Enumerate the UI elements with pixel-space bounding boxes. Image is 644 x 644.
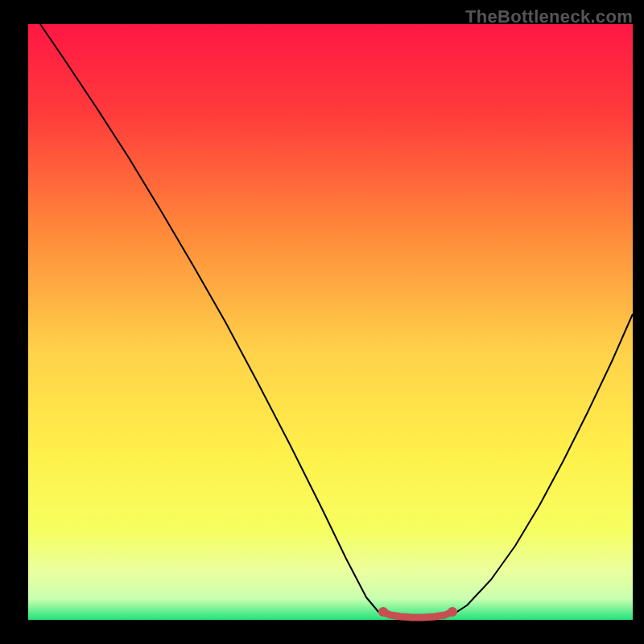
- watermark-label: TheBottleneck.com: [465, 6, 633, 27]
- plot-background: [28, 24, 633, 620]
- marker-right_cap: [448, 607, 457, 617]
- marker-left_cap: [378, 607, 388, 617]
- chart-canvas: [0, 0, 644, 644]
